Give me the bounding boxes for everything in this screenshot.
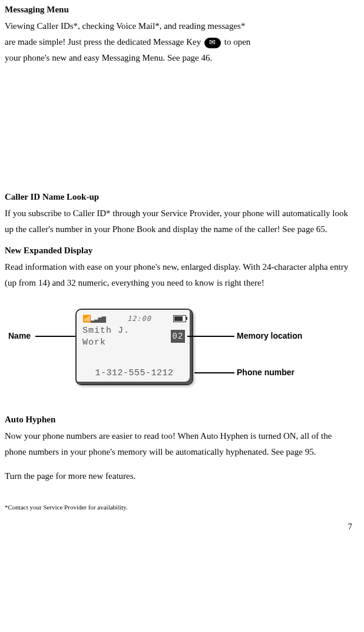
callerid-heading: Caller ID Name Look-up [5,192,352,202]
text-on: ON [283,431,296,441]
page-number: 7 [5,522,352,532]
memory-slot-box: 02 [171,330,185,343]
display-body: Read information with ease on your phone… [5,259,352,291]
autohyphen-body2: Turn the page for more new features. [5,468,352,484]
display-figure: Name 📶▂▃▅▆ 12:00 Smith J. Work 02 1-312-… [5,303,352,403]
text: Now your phone numbers are easier to rea… [5,431,283,441]
messaging-heading: Messaging Menu [5,5,352,15]
text: Viewing Caller IDs*, checking Voice Mail… [5,21,245,31]
text: are made simple! Just press the dedicate… [5,37,201,47]
callout-line [35,336,75,337]
text: your phone's new and easy Messaging Menu… [5,53,212,62]
status-row: 📶▂▃▅▆ 12:00 [82,313,186,324]
text: Work [82,337,106,348]
spacer [5,74,352,192]
autohyphen-heading: Auto Hyphen [5,415,352,425]
text: to open [224,37,251,47]
battery-icon [173,315,186,322]
callerid-body: If you subscribe to Caller ID* through y… [5,206,352,237]
display-heading: New Expanded Display [5,246,352,256]
messaging-body: Viewing Caller IDs*, checking Voice Mail… [5,18,352,66]
clock-display: 12:00 [127,315,151,323]
autohyphen-body1: Now your phone numbers are easier to rea… [5,428,352,460]
text: Smith J. [82,326,130,336]
phone-lcd: 📶▂▃▅▆ 12:00 Smith J. Work 02 1-312-555-1… [75,309,193,385]
callout-line [187,336,234,337]
callout-phone-label: Phone number [237,368,294,377]
callout-line [194,372,234,373]
message-key-icon [204,38,221,48]
callout-memory-label: Memory location [237,331,302,340]
footnote: *Contact your Service Provider for avail… [5,502,352,514]
lcd-phone-number: 1-312-555-1212 [77,368,192,378]
callout-name-label: Name [8,331,31,340]
signal-icon: 📶▂▃▅▆ [82,315,105,323]
